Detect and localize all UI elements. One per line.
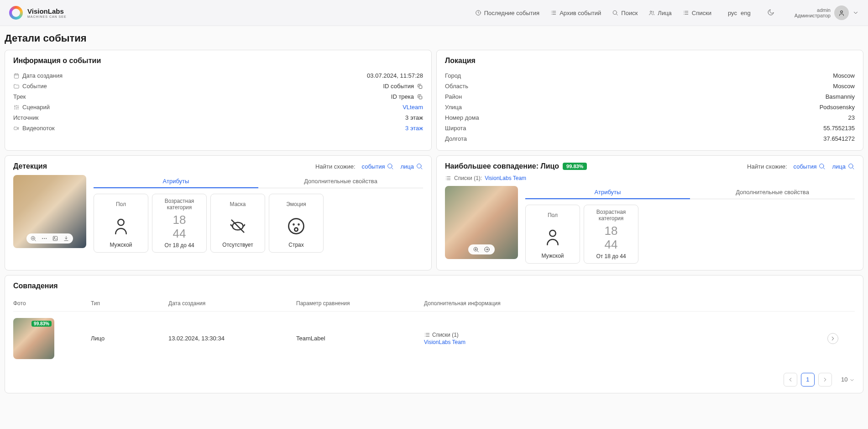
row-type: Лицо (91, 335, 168, 342)
nav: Последние события Архив событий Поиск Ли… (475, 5, 859, 20)
stream-link[interactable]: 3 этаж (405, 125, 423, 132)
image-icon[interactable] (52, 235, 58, 242)
svg-point-20 (298, 224, 299, 225)
lang-en[interactable]: eng (741, 10, 751, 16)
arrow-right-icon[interactable] (484, 246, 490, 253)
similar-faces-link[interactable]: лица (832, 163, 855, 170)
street-label: Улица (445, 104, 462, 111)
event-info-title: Информация о событии (13, 57, 423, 65)
row-param: TeamLabel (296, 335, 424, 342)
svg-point-13 (46, 238, 47, 238)
zoom-icon[interactable] (30, 235, 37, 242)
page-size-select[interactable]: 10 (841, 376, 855, 383)
region-label: Область (445, 83, 468, 90)
zoom-icon[interactable] (473, 246, 479, 253)
svg-rect-6 (419, 96, 422, 99)
search-icon (818, 163, 826, 170)
svg-rect-7 (14, 127, 17, 130)
user-menu[interactable]: admin Администратор (795, 5, 859, 20)
svg-point-1 (613, 11, 617, 14)
search-icon (416, 163, 423, 170)
detection-tabs: Атрибуты Дополнительные свойства (94, 175, 423, 188)
col-photo: Фото (13, 300, 91, 307)
page-prev-button[interactable] (784, 373, 797, 387)
attr-gender: Пол Мужской (525, 205, 580, 264)
svg-point-16 (118, 219, 124, 225)
chevron-down-icon (852, 10, 859, 16)
image-toolbar (468, 244, 495, 254)
copy-icon[interactable] (417, 83, 423, 90)
fear-icon (286, 216, 306, 236)
more-icon[interactable] (41, 235, 47, 242)
arrow-right-icon (830, 335, 836, 342)
match-image[interactable] (445, 186, 518, 259)
match-lists-link[interactable]: VisionLabs Team (485, 175, 526, 181)
location-card: Локация ГородMoscow ОбластьMoscow РайонB… (436, 50, 863, 151)
header: VisionLabs MACHINES CAN SEE Последние со… (0, 0, 868, 26)
page-next-button[interactable] (818, 373, 832, 387)
similar-events-link[interactable]: события (794, 163, 826, 170)
calendar-icon (13, 73, 20, 79)
search-icon (847, 163, 855, 170)
col-date: Дата создания (168, 300, 296, 307)
pagination: 1 10 (13, 373, 855, 387)
nav-last-events[interactable]: Последние события (475, 10, 539, 16)
nav-faces[interactable]: Лица (648, 10, 671, 16)
col-type: Тип (91, 300, 168, 307)
detection-title: Детекция (13, 162, 47, 170)
row-lists-link[interactable]: VisionLabs Team (424, 339, 827, 345)
video-icon (13, 125, 20, 132)
svg-point-12 (44, 238, 44, 238)
date-value: 03.07.2024, 11:57:28 (367, 72, 423, 79)
track-label: Трек (13, 93, 26, 100)
detection-card: Детекция Найти схожие: события лица (5, 155, 432, 270)
detection-image[interactable] (13, 175, 86, 248)
col-extra: Дополнительная информация (424, 300, 827, 307)
svg-rect-4 (14, 74, 18, 78)
tab-attributes[interactable]: Атрибуты (94, 175, 258, 188)
list-icon (445, 175, 451, 181)
moon-icon (767, 9, 774, 16)
image-toolbar (26, 233, 73, 244)
chevron-right-icon (822, 376, 828, 383)
list-icon (424, 332, 430, 338)
lang-switch: рус eng (728, 10, 751, 16)
lon-value: 37.6541272 (823, 135, 855, 142)
logo-subtitle: MACHINES CAN SEE (27, 15, 67, 18)
svg-point-26 (549, 230, 555, 236)
similar-events-link[interactable]: события (362, 163, 394, 170)
tab-attributes[interactable]: Атрибуты (525, 186, 690, 199)
thumb-badge: 99.83% (31, 321, 52, 327)
copy-icon[interactable] (417, 94, 423, 100)
page-number[interactable]: 1 (801, 373, 815, 387)
tab-extra[interactable]: Дополнительные свойства (258, 175, 423, 188)
theme-toggle[interactable] (767, 9, 774, 17)
location-title: Локация (445, 57, 855, 65)
chevron-down-icon (849, 377, 855, 383)
source-label: Источник (13, 114, 39, 121)
svg-point-11 (42, 238, 42, 238)
scenario-link[interactable]: VLteam (403, 104, 423, 111)
similar-faces-link[interactable]: лица (400, 163, 423, 170)
attr-age: Возрастная категория 1844 От 18 до 44 (584, 205, 638, 264)
tab-extra[interactable]: Дополнительные свойства (690, 186, 855, 199)
nav-lists[interactable]: Списки (683, 10, 711, 16)
logo[interactable]: VisionLabs MACHINES CAN SEE (9, 6, 67, 20)
top-match-title: Наибольшее совпадение: Лицо (445, 162, 559, 170)
row-open-button[interactable] (827, 333, 838, 344)
nav-search[interactable]: Поиск (612, 10, 638, 16)
table-head: Фото Тип Дата создания Параметр сравнени… (13, 296, 855, 311)
house-label: Номер дома (445, 114, 479, 121)
date-label: Дата создания (22, 72, 63, 79)
nav-archive[interactable]: Архив событий (550, 10, 601, 16)
match-lists-label: Списки (1): (454, 175, 482, 181)
lang-ru[interactable]: рус (728, 10, 737, 16)
user-role: Администратор (795, 13, 831, 18)
search-icon (387, 163, 394, 170)
list-icon (683, 10, 689, 16)
district-label: Район (445, 93, 462, 100)
city-label: Город (445, 72, 461, 79)
match-thumb[interactable]: 99.83% (13, 318, 54, 359)
download-icon[interactable] (63, 235, 69, 242)
chevron-left-icon (787, 376, 794, 383)
